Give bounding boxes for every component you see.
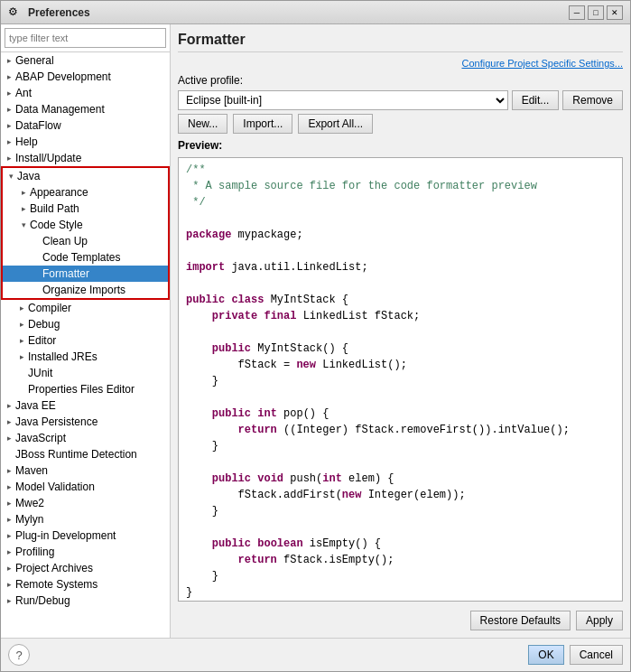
- tree-arrow-junit: [17, 369, 26, 378]
- tree-arrow-modelvalidation: [5, 482, 14, 491]
- tree-item-abap[interactable]: ABAP Development: [1, 69, 170, 85]
- tree-item-cleanup[interactable]: Clean Up: [3, 233, 168, 249]
- close-button[interactable]: ✕: [607, 5, 623, 20]
- tree-item-mwe2[interactable]: Mwe2: [1, 495, 170, 511]
- tree-item-general[interactable]: General: [1, 52, 170, 69]
- tree-label-abap: ABAP Development: [15, 70, 111, 83]
- tree-label-javaee: Java EE: [15, 399, 56, 412]
- tree-item-ant[interactable]: Ant: [1, 85, 170, 101]
- tree-arrow-installedjres: [17, 352, 26, 361]
- tree-label-modelvalidation: Model Validation: [15, 481, 95, 493]
- tree-arrow-help: [5, 137, 14, 146]
- tree-arrow-mwe2: [5, 499, 14, 508]
- tree-label-codestyle: Code Style: [30, 219, 83, 231]
- title-text: Preferences: [28, 6, 90, 19]
- tree-arrow-cleanup: [32, 237, 41, 246]
- remove-button[interactable]: Remove: [562, 90, 623, 110]
- cancel-button[interactable]: Cancel: [570, 645, 623, 665]
- tree-arrow-mylyn: [5, 515, 14, 524]
- panel-title: Formatter: [178, 32, 623, 52]
- profile-select[interactable]: Eclipse [built-in]: [178, 90, 508, 110]
- tree-label-maven: Maven: [15, 464, 48, 477]
- footer-buttons: OK Cancel: [528, 645, 623, 665]
- tree-arrow-propfiles: [17, 385, 26, 394]
- tree-arrow-compiler: [17, 303, 26, 313]
- tree-label-editor: Editor: [28, 334, 56, 347]
- tree-label-codetemplates: Code Templates: [42, 251, 121, 264]
- tree-arrow-codetemplates: [32, 253, 41, 262]
- tree-item-help[interactable]: Help: [1, 134, 170, 150]
- tree-label-mylyn: Mylyn: [15, 513, 43, 526]
- tree-label-help: Help: [15, 135, 38, 148]
- profile-row: Eclipse [built-in] Edit... Remove: [178, 90, 623, 110]
- tree-label-buildpath: Build Path: [30, 202, 79, 215]
- maximize-button[interactable]: □: [588, 5, 604, 20]
- tree-arrow-jboss: [5, 450, 14, 459]
- filter-input[interactable]: [5, 28, 166, 48]
- preferences-icon: ⚙: [8, 5, 23, 20]
- tree-item-java[interactable]: Java: [3, 168, 168, 184]
- tree-arrow-projectarchives: [5, 564, 14, 573]
- tree-item-javaee[interactable]: Java EE: [1, 397, 170, 414]
- tree-label-profiling: Profiling: [15, 546, 54, 558]
- tree-arrow-javascript: [5, 434, 14, 443]
- tree-item-remotesystems[interactable]: Remote Systems: [1, 576, 170, 593]
- tree-item-mylyn[interactable]: Mylyn: [1, 511, 170, 527]
- tree-item-codestyle[interactable]: Code Style: [3, 217, 168, 233]
- tree-item-compiler[interactable]: Compiler: [1, 300, 170, 316]
- tree-item-javascript[interactable]: JavaScript: [1, 430, 170, 446]
- tree-item-datamanagement[interactable]: Data Management: [1, 101, 170, 117]
- tree-item-organizeimports[interactable]: Organize Imports: [3, 282, 168, 298]
- tree-item-installupdate[interactable]: Install/Update: [1, 150, 170, 166]
- tree-item-profiling[interactable]: Profiling: [1, 544, 170, 560]
- tree-item-dataflow[interactable]: DataFlow: [1, 117, 170, 134]
- title-bar: ⚙ Preferences ─ □ ✕: [1, 1, 630, 24]
- tree-item-buildpath[interactable]: Build Path: [3, 201, 168, 217]
- tree-item-rundebug[interactable]: Run/Debug: [1, 593, 170, 609]
- tree-arrow-remotesystems: [5, 580, 14, 589]
- tree-arrow-javaee: [5, 401, 14, 410]
- tree-item-installedjres[interactable]: Installed JREs: [1, 349, 170, 365]
- tree-item-junit[interactable]: JUnit: [1, 365, 170, 381]
- java-section-highlight: JavaAppearanceBuild PathCode StyleClean …: [1, 166, 170, 300]
- export-all-button[interactable]: Export All...: [298, 114, 373, 134]
- tree-label-dataflow: DataFlow: [15, 119, 61, 132]
- tree-item-appearance[interactable]: Appearance: [3, 184, 168, 201]
- preferences-dialog: ⚙ Preferences ─ □ ✕ GeneralABAP Developm…: [0, 0, 631, 672]
- tree-item-propfiles[interactable]: Properties Files Editor: [1, 381, 170, 397]
- new-button[interactable]: New...: [178, 114, 227, 134]
- edit-button[interactable]: Edit...: [512, 90, 560, 110]
- help-button[interactable]: ?: [8, 644, 30, 666]
- tree-container: GeneralABAP DevelopmentAntData Managemen…: [1, 52, 170, 638]
- tree-arrow-ant: [5, 89, 14, 98]
- tree-item-formatter[interactable]: Formatter: [3, 266, 168, 282]
- code-preview: /** * A sample source file for the code …: [178, 157, 623, 602]
- tree-item-jboss[interactable]: JBoss Runtime Detection: [1, 446, 170, 462]
- tree-item-maven[interactable]: Maven: [1, 462, 170, 479]
- tree-label-formatter: Formatter: [42, 267, 89, 280]
- apply-button[interactable]: Apply: [576, 611, 623, 630]
- tree-item-javapersistence[interactable]: Java Persistence: [1, 414, 170, 430]
- minimize-button[interactable]: ─: [569, 5, 585, 20]
- tree-arrow-buildpath: [19, 204, 28, 213]
- tree-item-codetemplates[interactable]: Code Templates: [3, 249, 168, 266]
- btn-row: New... Import... Export All...: [178, 114, 623, 134]
- tree-label-cleanup: Clean Up: [42, 235, 88, 247]
- tree-label-java: Java: [17, 170, 40, 182]
- config-link[interactable]: Configure Project Specific Settings...: [178, 58, 623, 69]
- active-profile-row: Active profile: Eclipse [built-in] Edit.…: [178, 74, 623, 134]
- tree-item-debug[interactable]: Debug: [1, 316, 170, 332]
- ok-button[interactable]: OK: [528, 645, 563, 665]
- tree-item-projectarchives[interactable]: Project Archives: [1, 560, 170, 576]
- tree-label-debug: Debug: [28, 318, 60, 331]
- tree-arrow-debug: [17, 320, 26, 329]
- tree-item-plugindev[interactable]: Plug-in Development: [1, 527, 170, 544]
- import-button[interactable]: Import...: [233, 114, 292, 134]
- code-area: /** * A sample source file for the code …: [179, 158, 622, 602]
- restore-defaults-button[interactable]: Restore Defaults: [470, 611, 571, 630]
- tree-item-modelvalidation[interactable]: Model Validation: [1, 479, 170, 495]
- tree-arrow-editor: [17, 336, 26, 345]
- tree-label-compiler: Compiler: [28, 302, 71, 314]
- tree-item-editor[interactable]: Editor: [1, 332, 170, 349]
- title-bar-left: ⚙ Preferences: [8, 5, 90, 20]
